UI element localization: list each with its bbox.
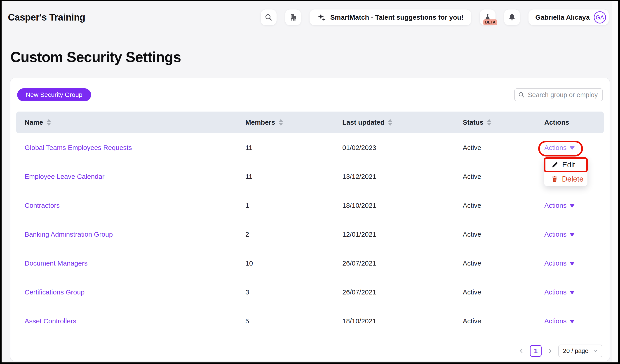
trash-icon <box>551 175 558 182</box>
topbar-actions: SmartMatch - Talent suggestions for you!… <box>261 10 609 25</box>
status-cell: Active <box>454 288 536 296</box>
chevron-down-icon <box>570 320 574 323</box>
page-size-select[interactable]: 20 / page <box>558 345 602 357</box>
members-cell: 1 <box>237 202 334 209</box>
group-name-link[interactable]: Contractors <box>25 202 60 209</box>
table-body: Global Teams Employees Requests 11 01/02… <box>16 133 604 335</box>
building-icon <box>289 14 297 21</box>
smartmatch-button[interactable]: SmartMatch - Talent suggestions for you! <box>310 10 471 25</box>
actions-dropdown-button[interactable]: Actions <box>544 317 574 325</box>
beta-lab-button[interactable]: BETA <box>480 10 496 25</box>
actions-dropdown-button[interactable]: Actions <box>544 288 574 296</box>
actions-label: Actions <box>544 202 566 209</box>
status-cell: Active <box>454 173 536 181</box>
scrollbar[interactable] <box>612 1 618 363</box>
status-cell: Active <box>454 202 536 209</box>
company-button[interactable] <box>285 10 301 25</box>
column-header-members[interactable]: Members <box>237 119 334 126</box>
table-row: Contractors 1 18/10/2021 Active Actions <box>16 191 604 220</box>
last-updated-cell: 18/10/2021 <box>334 202 454 209</box>
actions-dropdown-button[interactable]: Actions <box>544 230 574 238</box>
security-groups-card: New Security Group Name Members <box>10 78 610 361</box>
members-cell: 10 <box>237 259 334 267</box>
chevron-down-icon <box>570 291 574 294</box>
group-name-link[interactable]: Document Managers <box>25 259 87 267</box>
actions-dropdown-button[interactable]: Actions <box>544 259 574 267</box>
status-cell: Active <box>454 230 536 238</box>
group-name-link[interactable]: Global Teams Employees Requests <box>25 144 132 151</box>
app-window: Casper's Training <box>1 1 618 363</box>
actions-label: Actions <box>544 230 566 238</box>
last-updated-cell: 26/07/2021 <box>334 288 454 296</box>
status-cell: Active <box>454 317 536 325</box>
app-title: Casper's Training <box>8 12 85 23</box>
group-name-link[interactable]: Asset Controllers <box>25 317 76 325</box>
members-cell: 11 <box>237 173 334 181</box>
status-cell: Active <box>454 144 536 152</box>
last-updated-cell: 01/02/2023 <box>334 144 454 152</box>
members-cell: 11 <box>237 144 334 152</box>
pagination: 1 20 / page <box>518 345 602 357</box>
beta-badge: BETA <box>483 19 497 25</box>
group-name-link[interactable]: Banking Adminstration Group <box>25 230 113 238</box>
sparkles-icon <box>317 13 326 22</box>
members-cell: 5 <box>237 317 334 325</box>
table-row: Employee Leave Calendar 11 13/12/2021 Ac… <box>16 162 604 191</box>
last-updated-cell: 13/12/2021 <box>334 173 454 181</box>
user-name: Gabriella Alicaya <box>535 14 590 21</box>
chevron-down-icon <box>570 204 574 208</box>
actions-label: Actions <box>544 144 566 152</box>
card-toolbar: New Security Group <box>17 88 603 102</box>
delete-label: Delete <box>562 175 583 183</box>
delete-menu-item[interactable]: Delete <box>544 172 588 186</box>
column-label: Members <box>245 119 275 126</box>
prev-page-button[interactable] <box>518 348 525 354</box>
last-updated-cell: 26/07/2021 <box>334 259 454 267</box>
next-page-button[interactable] <box>547 348 553 354</box>
members-cell: 3 <box>237 288 334 296</box>
actions-dropdown-button[interactable]: Actions <box>544 202 574 209</box>
group-name-link[interactable]: Employee Leave Calendar <box>25 173 105 180</box>
group-name-link[interactable]: Certifications Group <box>25 288 84 296</box>
table-row: Asset Controllers 5 18/10/2021 Active Ac… <box>16 307 604 335</box>
search-button[interactable] <box>261 10 277 25</box>
column-label: Name <box>25 119 43 126</box>
chevron-down-icon <box>570 233 574 237</box>
chevron-down-icon <box>570 146 574 150</box>
actions-label: Actions <box>544 259 566 267</box>
sort-icon <box>487 119 491 126</box>
sort-icon <box>388 119 392 126</box>
actions-label: Actions <box>544 288 566 296</box>
column-header-last-updated[interactable]: Last updated <box>334 119 454 126</box>
edit-menu-item[interactable]: Edit <box>544 158 588 172</box>
screenshot-frame: Casper's Training <box>0 0 620 364</box>
chevron-down-icon <box>593 349 598 353</box>
bell-icon <box>508 13 516 21</box>
avatar: GA <box>594 11 606 23</box>
table-row: Document Managers 10 26/07/2021 Active A… <box>16 249 604 278</box>
column-label: Status <box>463 119 483 126</box>
table-header: Name Members Last updated Status Actions <box>16 112 604 133</box>
sort-icon <box>279 119 283 126</box>
status-cell: Active <box>454 259 536 267</box>
user-menu-button[interactable]: Gabriella Alicaya GA <box>528 10 609 25</box>
actions-dropdown-button[interactable]: Actions <box>544 144 574 152</box>
column-header-actions: Actions <box>536 119 604 126</box>
current-page-button[interactable]: 1 <box>530 345 542 357</box>
search-icon <box>518 92 525 98</box>
column-label: Last updated <box>342 119 385 126</box>
group-search-input[interactable] <box>528 91 599 99</box>
column-label: Actions <box>544 119 569 126</box>
notifications-button[interactable] <box>504 10 520 25</box>
last-updated-cell: 18/10/2021 <box>334 317 454 325</box>
actions-dropdown-menu: Edit Delete <box>544 158 588 186</box>
chevron-down-icon <box>570 262 574 266</box>
pencil-icon <box>551 161 558 168</box>
column-header-status[interactable]: Status <box>454 119 536 126</box>
edit-label: Edit <box>562 161 575 169</box>
members-cell: 2 <box>237 230 334 238</box>
new-security-group-button[interactable]: New Security Group <box>17 88 91 101</box>
topbar: Casper's Training <box>1 1 612 34</box>
group-search-box[interactable] <box>514 88 603 101</box>
column-header-name[interactable]: Name <box>16 119 237 126</box>
